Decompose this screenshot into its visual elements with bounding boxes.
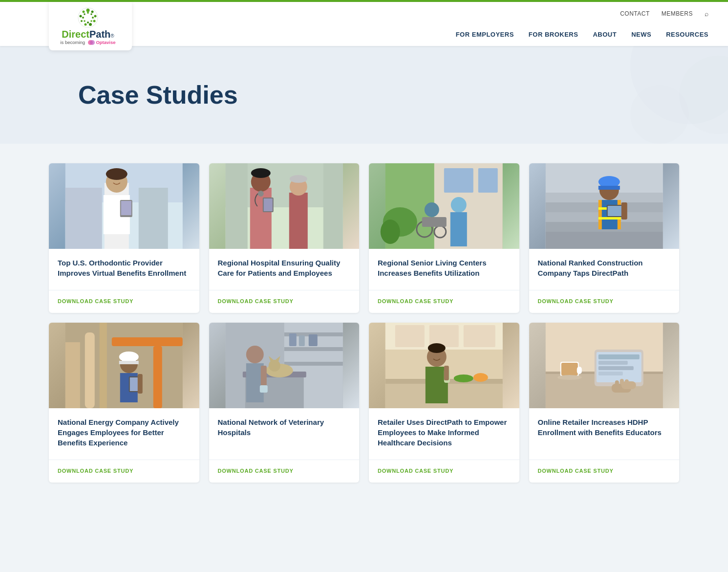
logo[interactable]: Direct Path ® is becoming Optavise bbox=[49, 2, 132, 50]
svg-rect-41 bbox=[263, 198, 272, 211]
svg-rect-51 bbox=[478, 168, 498, 193]
card-online-retailer-body: Online Retailer Increases HDHP Enrollmen… bbox=[529, 408, 680, 454]
card-vet-title: National Network of Veterinary Hospitals bbox=[218, 417, 351, 448]
card-orthodontic-download[interactable]: DOWNLOAD CASE STUDY bbox=[58, 298, 133, 304]
card-orthodontic-title: Top U.S. Orthodontic Provider Improves V… bbox=[58, 258, 191, 278]
card-hospital-title: Regional Hospital Ensuring Quality Care … bbox=[218, 258, 351, 278]
svg-point-12 bbox=[90, 13, 92, 15]
card-online-retailer: Online Retailer Increases HDHP Enrollmen… bbox=[529, 323, 680, 483]
svg-point-7 bbox=[85, 23, 87, 26]
svg-rect-98 bbox=[299, 335, 304, 346]
svg-rect-131 bbox=[577, 367, 581, 374]
nav-members[interactable]: MEMBERS bbox=[662, 10, 693, 17]
svg-rect-141 bbox=[615, 380, 619, 386]
svg-point-39 bbox=[257, 191, 263, 197]
nav-about[interactable]: ABOUT bbox=[593, 31, 617, 38]
nav-main: FOR EMPLOYERS FOR BROKERS ABOUT NEWS RES… bbox=[456, 31, 708, 38]
card-retailer-title: Retailer Uses DirectPath to Empower Empl… bbox=[378, 417, 511, 448]
svg-rect-50 bbox=[444, 168, 473, 193]
svg-point-103 bbox=[268, 360, 280, 372]
nav-news[interactable]: NEWS bbox=[631, 31, 651, 38]
card-hospital-image bbox=[209, 163, 360, 249]
logo-icon bbox=[77, 7, 99, 28]
svg-rect-138 bbox=[598, 372, 622, 375]
svg-rect-69 bbox=[598, 186, 620, 190]
card-energy-body: National Energy Company Actively Engages… bbox=[49, 408, 199, 454]
svg-rect-113 bbox=[395, 325, 425, 347]
card-hospital-footer: DOWNLOAD CASE STUDY bbox=[209, 290, 360, 313]
svg-rect-57 bbox=[450, 212, 467, 246]
card-vet-download[interactable]: DOWNLOAD CASE STUDY bbox=[218, 468, 294, 474]
svg-rect-90 bbox=[138, 374, 143, 394]
svg-rect-115 bbox=[464, 325, 495, 347]
search-icon[interactable]: ⌕ bbox=[705, 10, 708, 18]
svg-rect-136 bbox=[598, 361, 627, 365]
card-energy: National Energy Company Actively Engages… bbox=[49, 323, 199, 483]
svg-point-118 bbox=[454, 374, 473, 382]
vet-image-svg bbox=[209, 323, 360, 408]
svg-point-10 bbox=[83, 11, 85, 13]
card-online-retailer-title: Online Retailer Increases HDHP Enrollmen… bbox=[538, 417, 671, 448]
svg-rect-109 bbox=[259, 385, 267, 393]
card-vet-image bbox=[209, 323, 360, 408]
card-hospital-download[interactable]: DOWNLOAD CASE STUDY bbox=[218, 298, 294, 304]
header: Direct Path ® is becoming Optavise CONTA… bbox=[0, 2, 728, 46]
construction-image-svg bbox=[529, 163, 680, 249]
nav-for-brokers[interactable]: FOR BROKERS bbox=[529, 31, 578, 38]
svg-rect-142 bbox=[620, 379, 623, 385]
nav-for-employers[interactable]: FOR EMPLOYERS bbox=[456, 31, 514, 38]
retailer-image-svg bbox=[369, 323, 519, 408]
card-energy-image bbox=[49, 323, 199, 408]
energy-image-svg bbox=[49, 323, 199, 408]
nav-contact[interactable]: CONTACT bbox=[620, 10, 650, 17]
logo-trademark: ® bbox=[110, 33, 114, 39]
senior-image-svg bbox=[369, 163, 519, 249]
svg-rect-66 bbox=[545, 232, 663, 249]
svg-rect-33 bbox=[65, 188, 102, 249]
svg-point-16 bbox=[84, 20, 86, 22]
svg-point-18 bbox=[84, 13, 86, 15]
svg-rect-73 bbox=[598, 217, 621, 220]
card-construction-download[interactable]: DOWNLOAD CASE STUDY bbox=[538, 298, 614, 304]
card-retailer-image bbox=[369, 323, 519, 408]
svg-point-8 bbox=[81, 20, 83, 22]
svg-point-56 bbox=[451, 197, 467, 213]
svg-rect-36 bbox=[250, 188, 271, 249]
svg-rect-80 bbox=[85, 332, 95, 408]
card-retailer-download[interactable]: DOWNLOAD CASE STUDY bbox=[378, 468, 453, 474]
card-retailer-footer: DOWNLOAD CASE STUDY bbox=[369, 460, 519, 483]
svg-rect-55 bbox=[422, 217, 447, 227]
card-construction-body: National Ranked Construction Company Tap… bbox=[529, 249, 680, 284]
svg-rect-143 bbox=[624, 379, 628, 385]
svg-point-17 bbox=[82, 17, 84, 19]
hero-decoration bbox=[591, 46, 728, 144]
svg-point-59 bbox=[381, 220, 400, 244]
card-senior-footer: DOWNLOAD CASE STUDY bbox=[369, 290, 519, 313]
svg-rect-76 bbox=[621, 202, 627, 220]
svg-rect-45 bbox=[225, 163, 247, 249]
card-senior-download[interactable]: DOWNLOAD CASE STUDY bbox=[378, 298, 453, 304]
card-energy-footer: DOWNLOAD CASE STUDY bbox=[49, 460, 199, 483]
card-senior-image bbox=[369, 163, 519, 249]
logo-subtitle: is becoming Optavise bbox=[60, 40, 115, 45]
svg-rect-96 bbox=[284, 362, 343, 366]
svg-point-44 bbox=[289, 175, 307, 183]
cards-row-1: Top U.S. Orthodontic Provider Improves V… bbox=[49, 163, 679, 313]
svg-rect-86 bbox=[119, 361, 139, 364]
card-online-retailer-footer: DOWNLOAD CASE STUDY bbox=[529, 460, 680, 483]
card-senior-body: Regional Senior Living Centers Increases… bbox=[369, 249, 519, 284]
svg-point-15 bbox=[87, 22, 89, 23]
svg-point-20 bbox=[90, 40, 95, 45]
card-energy-download[interactable]: DOWNLOAD CASE STUDY bbox=[58, 468, 133, 474]
svg-rect-75 bbox=[607, 206, 622, 216]
svg-rect-137 bbox=[598, 366, 633, 370]
svg-point-106 bbox=[246, 346, 263, 363]
card-online-retailer-download[interactable]: DOWNLOAD CASE STUDY bbox=[538, 468, 614, 474]
card-construction-footer: DOWNLOAD CASE STUDY bbox=[529, 290, 680, 313]
optavise-label: Optavise bbox=[96, 40, 115, 45]
nav-resources[interactable]: RESOURCES bbox=[666, 31, 708, 38]
svg-rect-108 bbox=[260, 366, 266, 388]
svg-rect-97 bbox=[289, 333, 296, 346]
card-construction-title: National Ranked Construction Company Tap… bbox=[538, 258, 671, 278]
svg-point-9 bbox=[80, 15, 82, 18]
